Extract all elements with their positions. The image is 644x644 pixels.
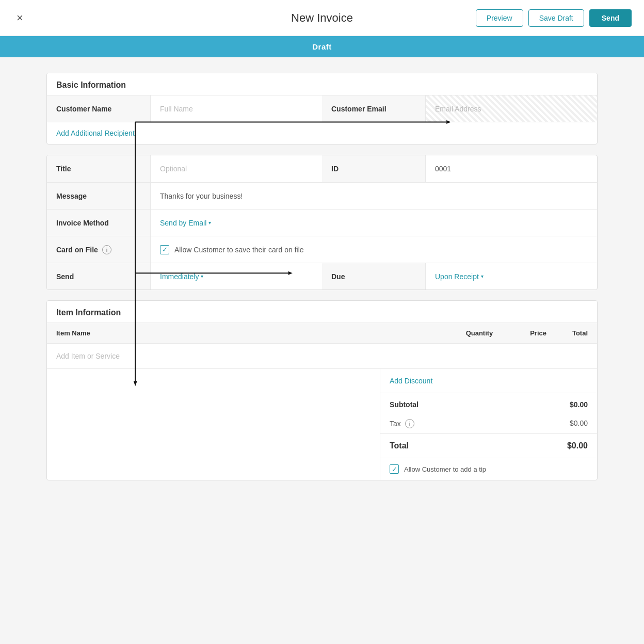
invoice-method-row: Invoice Method Send by Email ▾ — [47, 209, 597, 236]
main-content: Basic Information Customer Name Customer… — [0, 57, 644, 506]
totals-left — [47, 369, 380, 480]
add-discount-button[interactable]: Add Discount — [390, 377, 432, 385]
tip-checkbox[interactable]: ✓ — [390, 464, 399, 474]
checkmark-icon: ✓ — [162, 246, 168, 253]
due-label: Due — [322, 263, 425, 289]
message-row: Message Thanks for your business! — [47, 182, 597, 209]
tax-row: Tax i $0.00 — [380, 414, 597, 433]
title-label: Title — [47, 155, 150, 182]
invoice-method-select[interactable]: Send by Email ▾ — [160, 219, 211, 227]
preview-button[interactable]: Preview — [476, 9, 523, 27]
page-title: New Invoice — [291, 11, 353, 25]
send-field[interactable]: Immediately ▾ — [150, 263, 322, 289]
draft-banner: Draft — [0, 36, 644, 57]
col-price-header: Price — [505, 329, 546, 337]
send-button[interactable]: Send — [589, 9, 632, 27]
invoice-method-field[interactable]: Send by Email ▾ — [150, 210, 597, 236]
due-value: Upon Receipt — [435, 272, 479, 281]
save-draft-button[interactable]: Save Draft — [528, 9, 584, 27]
subtotal-value: $0.00 — [570, 400, 588, 409]
send-select[interactable]: Immediately ▾ — [160, 272, 203, 281]
tip-row: ✓ Allow Customer to add a tip — [380, 458, 597, 480]
customer-row: Customer Name Customer Email — [47, 95, 597, 122]
total-row: Total $0.00 — [380, 433, 597, 458]
item-info-title: Item Information — [47, 301, 597, 323]
card-on-file-row: Card on File i ✓ Allow Customer to save … — [47, 236, 597, 263]
message-value: Thanks for your business! — [160, 192, 243, 200]
customer-email-input[interactable] — [435, 105, 588, 113]
tip-label: Allow Customer to add a tip — [404, 465, 486, 473]
message-label: Message — [47, 183, 150, 209]
add-recipient-button[interactable]: Add Additional Recipient — [56, 129, 135, 137]
title-id-row: Title ID 0001 — [47, 155, 597, 182]
customer-name-input[interactable] — [160, 105, 313, 113]
due-field[interactable]: Upon Receipt ▾ — [425, 263, 597, 289]
id-field: 0001 — [425, 155, 597, 182]
add-recipient-row: Add Additional Recipient — [47, 122, 597, 144]
card-on-file-checkbox-label: Allow Customer to save their card on fil… — [174, 246, 304, 254]
send-label: Send — [47, 263, 150, 289]
title-field[interactable] — [150, 155, 322, 182]
col-total-header: Total — [546, 329, 588, 337]
card-on-file-checkbox-container[interactable]: ✓ Allow Customer to save their card on f… — [160, 245, 304, 254]
top-bar-left: × — [12, 9, 27, 27]
send-due-row: Send Immediately ▾ Due Upon Receipt ▾ — [47, 263, 597, 289]
message-field[interactable]: Thanks for your business! — [150, 183, 597, 209]
details-section: Title ID 0001 Message Thanks for your bu… — [46, 155, 598, 290]
id-label: ID — [322, 155, 425, 182]
close-button[interactable]: × — [12, 9, 27, 27]
due-select[interactable]: Upon Receipt ▾ — [435, 272, 484, 281]
add-item-row[interactable]: Add Item or Service — [47, 343, 597, 368]
tax-info-icon[interactable]: i — [405, 419, 414, 428]
basic-info-title: Basic Information — [47, 73, 597, 95]
invoice-method-label: Invoice Method — [47, 210, 150, 236]
card-on-file-label: Card on File i — [47, 236, 150, 263]
total-value: $0.00 — [567, 441, 588, 450]
invoice-method-value: Send by Email — [160, 219, 206, 227]
subtotal-label: Subtotal — [390, 400, 418, 409]
top-bar: × New Invoice Preview Save Draft Send — [0, 0, 644, 36]
card-on-file-info-icon[interactable]: i — [102, 245, 111, 254]
customer-email-field[interactable] — [425, 95, 597, 122]
customer-name-field[interactable] — [150, 95, 322, 122]
customer-name-label: Customer Name — [47, 95, 150, 122]
subtotal-row: Subtotal $0.00 — [380, 393, 597, 414]
card-on-file-checkbox[interactable]: ✓ — [160, 245, 169, 254]
send-chevron-icon: ▾ — [201, 273, 203, 279]
col-item-name-header: Item Name — [56, 329, 454, 337]
tip-checkmark-icon: ✓ — [392, 466, 397, 473]
customer-email-label: Customer Email — [322, 95, 425, 122]
card-on-file-field: ✓ Allow Customer to save their card on f… — [150, 236, 597, 263]
totals-section: Add Discount Subtotal $0.00 Tax i $0.00 — [47, 368, 597, 480]
col-quantity-header: Quantity — [454, 329, 505, 337]
tax-value: $0.00 — [570, 419, 588, 428]
chevron-down-icon: ▾ — [208, 220, 211, 226]
item-info-section: Item Information Item Name Quantity Pric… — [46, 300, 598, 480]
top-bar-actions: Preview Save Draft Send — [476, 9, 632, 27]
title-input[interactable] — [160, 165, 313, 173]
add-discount-row: Add Discount — [380, 369, 597, 393]
id-value: 0001 — [435, 165, 451, 173]
totals-right: Add Discount Subtotal $0.00 Tax i $0.00 — [380, 369, 597, 480]
item-table-header: Item Name Quantity Price Total — [47, 323, 597, 343]
tax-label: Tax i — [390, 419, 414, 428]
total-label: Total — [390, 441, 409, 450]
due-chevron-icon: ▾ — [481, 273, 484, 279]
send-value: Immediately — [160, 272, 199, 281]
basic-info-section: Basic Information Customer Name Customer… — [46, 73, 598, 144]
